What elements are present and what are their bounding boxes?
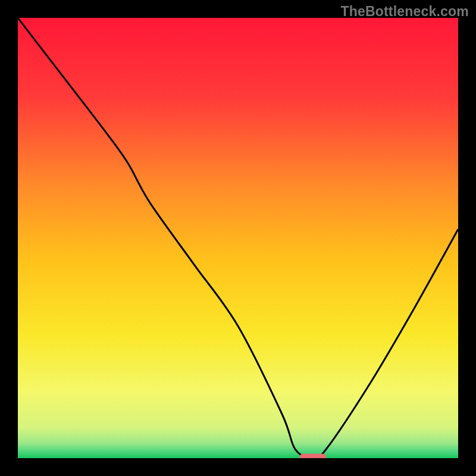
optimal-marker [300, 453, 326, 458]
attribution-label: TheBottleneck.com [340, 4, 469, 20]
bottleneck-curve-chart [18, 18, 458, 458]
chart-frame: TheBottleneck.com [0, 0, 476, 476]
plot-area [18, 18, 458, 458]
gradient-background [18, 18, 458, 458]
